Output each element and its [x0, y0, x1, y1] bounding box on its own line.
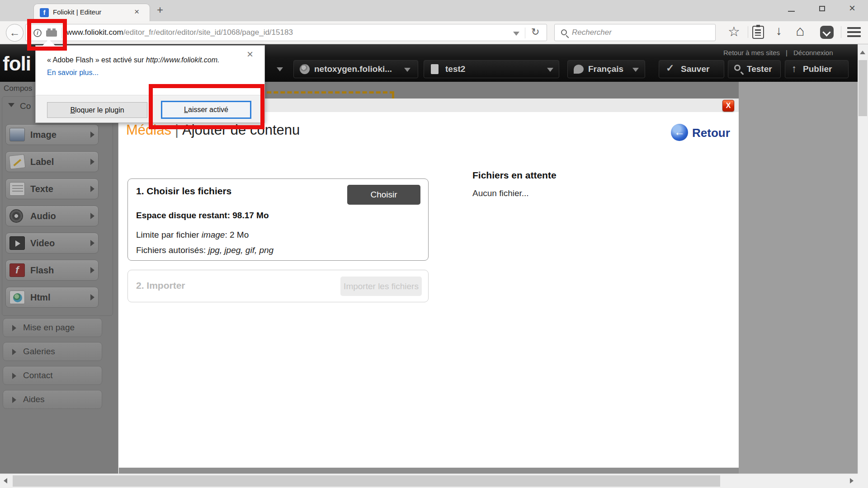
tab-title: Foliokit | Editeur [53, 8, 101, 16]
content-group-label[interactable]: Co [20, 101, 31, 111]
image-icon [9, 128, 25, 141]
urlbar-divider [525, 28, 525, 38]
tab-close-icon[interactable]: × [134, 7, 139, 17]
text-icon [9, 182, 25, 196]
downloads-icon[interactable]: ↓ [776, 23, 782, 38]
search-input[interactable]: Rechercher [554, 24, 716, 41]
modal-title-highlight: Médias [126, 122, 171, 138]
window-close-button[interactable]: × [849, 2, 855, 14]
page-dropdown[interactable]: test2 [424, 60, 559, 78]
pending-files-heading: Fichiers en attente [472, 170, 557, 181]
file-limit-text: Limite par fichier image: 2 Mo [136, 230, 249, 240]
browser-tab[interactable]: f Foliokit | Editeur × [33, 4, 150, 21]
sidebar-item-audio[interactable]: Audio [5, 206, 99, 226]
window-maximize-button[interactable] [819, 6, 825, 11]
reload-icon[interactable]: ↻ [531, 26, 539, 38]
bookmark-star-icon[interactable]: ☆ [728, 23, 740, 39]
popup-close-icon[interactable]: × [247, 48, 253, 61]
component-label: Flash [30, 260, 54, 280]
window-minimize-button[interactable] [788, 11, 795, 12]
block-plugin-button[interactable]: Bloquer le plugin [47, 102, 147, 118]
url-dropdown-icon[interactable] [513, 32, 519, 36]
audio-icon [9, 209, 23, 223]
home-icon[interactable]: ⌂ [796, 23, 804, 39]
links-separator: | [786, 49, 788, 56]
hidden-dropdown-icon[interactable] [277, 67, 283, 71]
popup-message: « Adobe Flash » est activé sur http://ww… [47, 56, 220, 64]
horizontal-scrollbar-thumb[interactable] [13, 475, 720, 487]
import-panel: 2. Importer Importer les fichiers [127, 270, 429, 302]
sidebar-section-mise-en-page[interactable]: Mise en page [3, 318, 102, 337]
back-button[interactable]: ← [6, 24, 24, 42]
chevron-right-icon [12, 373, 16, 379]
retour-button[interactable]: Retour [692, 126, 730, 140]
modal-close-button[interactable]: X [722, 100, 734, 112]
chevron-right-icon [90, 294, 94, 300]
video-icon [9, 236, 25, 250]
retour-arrow-icon[interactable]: ← [671, 124, 688, 141]
sidebar-section-galeries[interactable]: Galeries [3, 342, 102, 361]
laisser-active-button[interactable]: Laisser activé [161, 101, 251, 119]
chevron-right-icon [90, 267, 94, 273]
page-dropdown-label: test2 [445, 64, 465, 74]
sidebar-item-video[interactable]: Video [5, 233, 99, 253]
url-text: www.foliokit.com/editor_fr/editor/editor… [66, 28, 293, 37]
sidebar-item-flash[interactable]: f Flash [5, 260, 99, 281]
foliokit-favicon-icon: f [40, 8, 49, 17]
foliokit-logo: foli [3, 52, 31, 75]
choose-files-panel: 1. Choisir les fichiers Choisir Espace d… [127, 178, 429, 261]
page-icon [431, 64, 439, 74]
modal-title-rest: Ajouter de contenu [182, 122, 300, 138]
globe-icon [300, 64, 310, 74]
vertical-scrollbar-thumb[interactable] [859, 60, 867, 116]
test-button[interactable]: Tester [728, 60, 781, 78]
sidebar-section-aides[interactable]: Aides [3, 390, 102, 409]
magnifier-icon [734, 65, 741, 71]
url-bar[interactable]: i www.foliokit.com/editor_fr/editor/edit… [25, 24, 547, 41]
drop-target-dashed-end [392, 91, 394, 99]
modal-title-separator: | [171, 122, 182, 138]
new-tab-button[interactable]: + [157, 4, 163, 16]
scroll-right-icon[interactable] [850, 478, 854, 483]
plugin-icon[interactable] [46, 30, 57, 37]
language-dropdown[interactable]: Français [567, 60, 645, 78]
learn-more-link[interactable]: En savoir plus... [47, 69, 99, 77]
bookmarks-menu-icon[interactable] [752, 26, 764, 39]
chevron-down-icon [404, 68, 410, 72]
chevron-right-icon [90, 159, 94, 165]
save-button[interactable]: ✓ Sauver [659, 60, 724, 78]
choisir-button[interactable]: Choisir [347, 185, 420, 205]
site-dropdown[interactable]: netoxygen.folioki... [293, 60, 418, 78]
component-label: Texte [30, 179, 53, 199]
toolbar-divider [748, 26, 748, 38]
publish-button[interactable]: ↑ Publier [785, 60, 849, 78]
speech-bubble-icon [574, 65, 584, 74]
menu-hamburger-icon[interactable] [847, 27, 861, 39]
chevron-down-icon [8, 103, 14, 107]
sidebar-item-html[interactable]: Html [5, 287, 99, 308]
back-to-sites-link[interactable]: Retour à mes sites [723, 49, 780, 56]
import-files-button: Importer les fichiers [340, 277, 422, 296]
flash-icon: f [9, 263, 25, 277]
chevron-right-icon [90, 131, 94, 138]
sidebar-item-image[interactable]: Image [5, 124, 99, 145]
site-info-icon[interactable]: i [33, 29, 42, 37]
check-icon: ✓ [666, 62, 674, 74]
sidebar-section-contact[interactable]: Contact [3, 366, 102, 385]
url-path: /editor_fr/editor/editor/site_id/1068/pa… [123, 28, 293, 37]
drop-target-dashed-line [253, 91, 394, 94]
scrollbar-corner [858, 474, 868, 488]
scroll-up-icon[interactable] [860, 51, 865, 54]
label-icon [9, 154, 26, 169]
urlbar-divider [61, 28, 62, 38]
search-placeholder: Rechercher [572, 28, 612, 37]
scroll-left-icon[interactable] [4, 478, 7, 483]
pocket-icon[interactable] [820, 26, 834, 39]
sidebar-item-label[interactable]: Label [5, 151, 99, 172]
sidebar-item-texte[interactable]: Texte [5, 178, 99, 199]
test-button-label: Tester [747, 64, 772, 74]
save-button-label: Sauver [681, 64, 709, 74]
popup-anchor-arrow [42, 39, 55, 46]
logout-link[interactable]: Déconnexion [793, 49, 833, 56]
language-dropdown-label: Français [588, 64, 623, 74]
